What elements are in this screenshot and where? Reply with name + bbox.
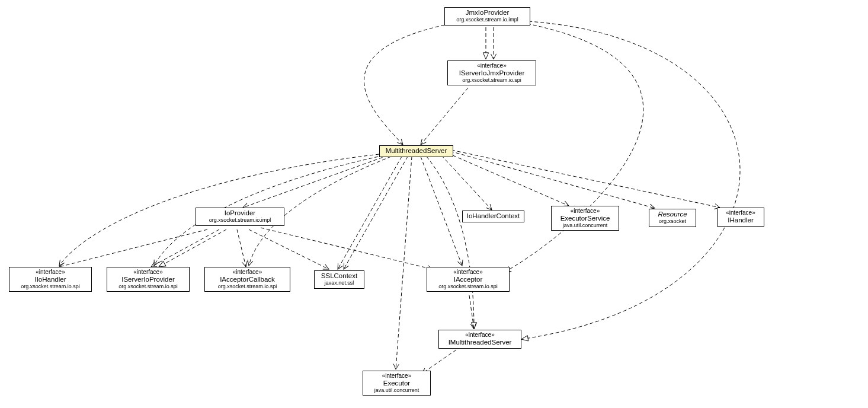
edges-layer (0, 0, 868, 408)
node-iserveriojmxprovider[interactable]: «interface» IServerIoJmxProvider org.xso… (447, 60, 536, 85)
node-stereotype: «interface» (555, 208, 615, 215)
node-name: IoProvider (200, 209, 280, 217)
node-pkg: java.util.concurrent (367, 387, 427, 393)
node-name: IMultithreadedServer (443, 339, 517, 346)
node-resource[interactable]: Resource org.xsocket (649, 209, 696, 227)
node-name: IServerIoProvider (111, 276, 185, 283)
node-stereotype: «interface» (111, 269, 185, 276)
node-sslcontext[interactable]: SSLContext javax.net.ssl (314, 270, 364, 289)
uml-diagram: { "nodes": { "jmxIoProvider": { "stereo"… (0, 0, 868, 408)
node-jmxioprovider[interactable]: JmxIoProvider org.xsocket.stream.io.impl (444, 7, 530, 26)
node-name: Resource (653, 211, 692, 218)
node-name: IIoHandler (13, 276, 88, 283)
node-pkg: org.xsocket.stream.io.spi (13, 283, 88, 289)
node-name: IAcceptor (431, 276, 505, 283)
node-name: MultithreadedServer (383, 147, 449, 155)
node-name: JmxIoProvider (449, 9, 526, 17)
node-name: IServerIoJmxProvider (451, 69, 532, 77)
node-multithreadedserver[interactable]: MultithreadedServer (379, 145, 453, 157)
node-ioprovider[interactable]: IoProvider org.xsocket.stream.io.impl (196, 208, 284, 226)
node-name: IoHandlerContext (466, 212, 520, 220)
node-pkg: org.xsocket.stream.io.impl (449, 17, 526, 23)
node-stereotype: «interface» (451, 62, 532, 69)
node-pkg: org.xsocket.stream.io.spi (451, 77, 532, 83)
node-stereotype: «interface» (721, 209, 760, 216)
node-iiohandler[interactable]: «interface» IIoHandler org.xsocket.strea… (9, 267, 92, 292)
node-executorservice[interactable]: «interface» ExecutorService java.util.co… (551, 206, 619, 231)
node-stereotype: «interface» (443, 332, 517, 339)
node-stereotype: «interface» (209, 269, 286, 276)
node-ihandler[interactable]: «interface» IHandler (717, 208, 764, 227)
node-imultithreadedserver[interactable]: «interface» IMultithreadedServer (438, 330, 521, 349)
node-pkg: org.xsocket.stream.io.spi (111, 283, 185, 289)
node-pkg: javax.net.ssl (318, 280, 360, 286)
node-executor[interactable]: «interface» Executor java.util.concurren… (363, 371, 431, 396)
node-name: SSLContext (318, 272, 360, 280)
node-iohandlercontext[interactable]: IoHandlerContext (462, 211, 524, 222)
node-iacceptorcallback[interactable]: «interface» IAcceptorCallback org.xsocke… (204, 267, 290, 292)
node-stereotype: «interface» (367, 372, 427, 380)
node-iserverioprovider[interactable]: «interface» IServerIoProvider org.xsocke… (107, 267, 190, 292)
node-name: IHandler (721, 216, 760, 224)
node-stereotype: «interface» (13, 269, 88, 276)
node-pkg: org.xsocket.stream.io.spi (209, 283, 286, 289)
node-name: Executor (367, 380, 427, 387)
node-name: IAcceptorCallback (209, 276, 286, 283)
node-stereotype: «interface» (431, 269, 505, 276)
node-pkg: java.util.concurrent (555, 222, 615, 228)
node-pkg: org.xsocket (653, 218, 692, 224)
node-iacceptor[interactable]: «interface» IAcceptor org.xsocket.stream… (427, 267, 510, 292)
node-name: ExecutorService (555, 215, 615, 222)
node-pkg: org.xsocket.stream.io.spi (431, 283, 505, 289)
node-pkg: org.xsocket.stream.io.impl (200, 217, 280, 223)
